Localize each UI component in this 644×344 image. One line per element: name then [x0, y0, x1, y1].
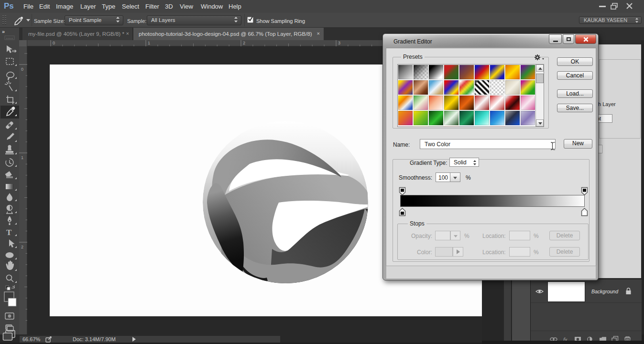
svg-text:0: 0 — [21, 67, 23, 72]
svg-text:1: 1 — [21, 155, 23, 160]
svg-text:0: 0 — [53, 41, 55, 45]
svg-text:2: 2 — [21, 245, 23, 249]
svg-text:1: 1 — [148, 41, 150, 45]
svg-text:3: 3 — [338, 41, 340, 45]
svg-text:»: » — [2, 29, 5, 34]
svg-text:T: T — [6, 228, 12, 237]
svg-text:2: 2 — [243, 41, 245, 45]
